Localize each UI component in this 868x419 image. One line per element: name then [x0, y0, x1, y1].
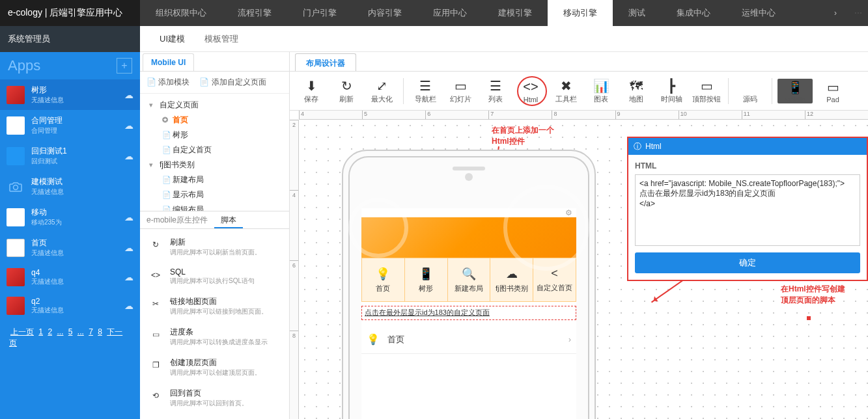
topnav-6[interactable]: 移动引擎	[548, 0, 613, 26]
app-item-5[interactable]: 首页无描述信息☁	[0, 232, 140, 263]
script-item-0[interactable]: ↻刷新调用此脚本可以刷新当前页面。	[140, 232, 289, 262]
page-7[interactable]: 7	[89, 327, 93, 336]
tree-icon: ▾	[149, 101, 157, 109]
subtab-1[interactable]: 模板管理	[204, 33, 238, 45]
component-tab-1[interactable]: 脚本	[214, 211, 243, 228]
tree-node-0[interactable]: ▾自定义页面	[140, 98, 289, 113]
script-item-5[interactable]: ⟲回到首页调用此脚本可以回到首页。	[140, 383, 289, 413]
tool-导航栏[interactable]: ☰导航栏	[409, 77, 441, 104]
tree-node-1[interactable]: ✪首页	[140, 113, 289, 128]
topnav-0[interactable]: 组织权限中心	[140, 0, 222, 26]
script-item-3[interactable]: ▭进度条调用此脚本可以转换成进度条显示	[140, 321, 289, 352]
cloud-icon: ☁	[124, 120, 133, 131]
nav-more-icon[interactable]: ›	[822, 0, 848, 26]
app-name: 首页	[31, 237, 118, 249]
script-item-4[interactable]: ❐创建顶层页面调用此脚本可以创建顶层页面。	[140, 352, 289, 383]
app-item-7[interactable]: q2无描述信息☁	[0, 291, 140, 320]
structure-panel: Mobile UI 📄 添加模块 📄 添加自定义页面 ▾自定义页面✪首页📄树形📄…	[140, 52, 290, 419]
tool-图表[interactable]: 📊图表	[585, 77, 617, 104]
tool-icon: ⬇	[295, 77, 328, 94]
html-widget[interactable]: 点击在最外层显示id为183的自定义页面	[361, 306, 576, 320]
apps-sidebar: Apps + 树形无描述信息☁合同管理合同管理☁回归测试1回归测试☁建模测试无描…	[0, 52, 140, 419]
options-icon[interactable]: ⋯	[848, 0, 868, 26]
tool-列表[interactable]: ☰列表	[479, 77, 512, 104]
tool-Html[interactable]: <>Html	[514, 79, 547, 103]
tree-icon: 📄	[162, 191, 170, 199]
tool-源码[interactable]: 源码	[734, 77, 766, 104]
add-app-button[interactable]: +	[117, 58, 132, 74]
cloud-icon: ☁	[124, 212, 133, 223]
list-item[interactable]: 💡 首页 ›	[361, 325, 576, 354]
tool-icon: <>	[514, 79, 547, 96]
tree-node-6[interactable]: 📄显示布局	[140, 187, 289, 202]
tab-layout-designer[interactable]: 布局设计器	[295, 53, 356, 71]
tree-node-3[interactable]: 📄自定义首页	[140, 142, 289, 157]
tool-地图[interactable]: 🗺地图	[620, 77, 652, 104]
topnav-7[interactable]: 测试	[613, 0, 661, 26]
tool-icon: ✖	[550, 77, 582, 94]
nav-button-2[interactable]: 🔍新建布局	[448, 258, 491, 301]
app-item-1[interactable]: 合同管理合同管理☁	[0, 110, 140, 141]
brand: e-cology | 后端引擎应用中心	[0, 0, 140, 26]
page-5[interactable]: 5	[68, 327, 73, 336]
script-icon: ❐	[148, 357, 163, 373]
app-item-0[interactable]: 树形无描述信息☁	[0, 79, 140, 110]
tree-node-7[interactable]: 📄编辑布局	[140, 202, 289, 211]
tool-保存[interactable]: ⬇保存	[295, 77, 328, 104]
subtab-0[interactable]: UI建模	[160, 33, 185, 45]
page-prev[interactable]: 上一页	[10, 327, 34, 336]
script-item-1[interactable]: <>SQL调用此脚本可以执行SQL语句	[140, 262, 289, 291]
html-code-input[interactable]: <a href="javascript: Mobile_NS.createTop…	[635, 174, 860, 246]
page-8[interactable]: 8	[98, 327, 102, 336]
topnav-4[interactable]: 应用中心	[417, 0, 483, 26]
tree-node-5[interactable]: 📄新建布局	[140, 172, 289, 187]
tool-刷新[interactable]: ↻刷新	[330, 77, 363, 104]
script-icon: ↻	[148, 237, 163, 252]
tool-幻灯片[interactable]: ▭幻灯片	[444, 77, 477, 104]
cloud-icon: ☁	[124, 301, 133, 311]
app-name: 移动	[31, 207, 118, 218]
device-Mobile[interactable]: 📱Mobile	[777, 79, 813, 103]
app-item-6[interactable]: q4无描述信息☁	[0, 263, 140, 291]
hero-banner[interactable]	[361, 217, 576, 258]
app-icon	[7, 297, 25, 315]
tool-icon: ▭	[444, 77, 477, 94]
page-tree: ▾自定义页面✪首页📄树形📄自定义首页▾fj图书类别📄新建布局📄显示布局📄编辑布局…	[140, 94, 289, 211]
designer-toolbar: ⬇保存↻刷新⤢最大化☰导航栏▭幻灯片☰列表<>Html✖工具栏📊图表🗺地图┣时间…	[290, 72, 868, 111]
tree-node-4[interactable]: ▾fj图书类别	[140, 157, 289, 172]
script-item-2[interactable]: ✂链接地图页面调用此脚本可以链接到地图页面。	[140, 291, 289, 321]
add-module-link[interactable]: 📄 添加模块	[147, 77, 189, 88]
topnav-2[interactable]: 门户引擎	[287, 0, 352, 26]
tool-时间轴[interactable]: ┣时间轴	[655, 77, 688, 104]
nav-button-0[interactable]: 💡首页	[362, 258, 405, 301]
topnav-5[interactable]: 建模引擎	[483, 0, 548, 26]
app-icon	[7, 268, 25, 286]
page-...[interactable]: ...	[57, 327, 63, 336]
add-custom-page-link[interactable]: 📄 添加自定义页面	[199, 77, 266, 88]
topnav-1[interactable]: 流程引擎	[222, 0, 287, 26]
app-name: 建模测试	[31, 176, 133, 187]
tool-顶部按钮[interactable]: ▭顶部按钮	[690, 77, 723, 104]
page-1[interactable]: 1	[38, 327, 43, 336]
page-...[interactable]: ...	[77, 327, 84, 336]
tool-最大化[interactable]: ⤢最大化	[365, 77, 398, 104]
tool-工具栏[interactable]: ✖工具栏	[550, 77, 582, 104]
app-desc: 移动235为	[31, 218, 118, 227]
component-tab-0[interactable]: e-mobile原生控件	[140, 211, 214, 228]
topnav-9[interactable]: 运维中心	[726, 0, 791, 26]
topnav-3[interactable]: 内容引擎	[352, 0, 417, 26]
app-item-4[interactable]: 移动移动235为☁	[0, 202, 140, 232]
page-2[interactable]: 2	[48, 327, 52, 336]
tab-mobile-ui[interactable]: Mobile UI	[143, 53, 194, 71]
work-area: 布局设计器 ⬇保存↻刷新⤢最大化☰导航栏▭幻灯片☰列表<>Html✖工具栏📊图表…	[290, 52, 868, 419]
app-item-2[interactable]: 回归测试1回归测试☁	[0, 141, 140, 171]
tree-icon: ✪	[162, 116, 170, 124]
confirm-button[interactable]: 确定	[635, 252, 860, 273]
lightbulb-icon: 💡	[367, 333, 380, 345]
app-item-3[interactable]: 建模测试无描述信息	[0, 171, 140, 202]
apps-title: Apps	[8, 57, 40, 74]
tree-node-2[interactable]: 📄树形	[140, 128, 289, 142]
device-Pad[interactable]: ▭Pad	[815, 79, 850, 103]
nav-button-1[interactable]: 📱树形	[405, 258, 448, 301]
topnav-8[interactable]: 集成中心	[661, 0, 726, 26]
